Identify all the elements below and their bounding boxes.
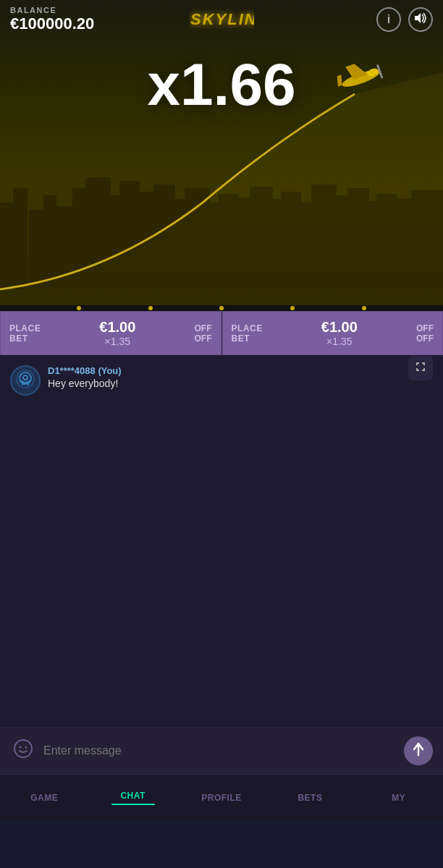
bet-panel-2-off: OFF OFF (416, 323, 434, 344)
bet-panel-1[interactable]: PLACE BET €1.00 ×1.35 OFF OFF (0, 311, 222, 355)
bet-panel-1-amount: €1.00 ×1.35 (99, 319, 135, 347)
bet-panel-2-label: PLACE BET (232, 323, 263, 344)
progress-bar (0, 305, 443, 311)
bet-label-1: BET (9, 333, 41, 344)
nav-active-indicator (111, 804, 155, 805)
chat-message-1: D1****4088 (You) Hey everybody! (10, 365, 433, 396)
avatar (10, 365, 41, 396)
svg-marker-1 (415, 13, 421, 23)
message-input[interactable] (43, 744, 397, 757)
bet-panel-2[interactable]: PLACE BET €1.00 ×1.35 OFF OFF (222, 311, 444, 355)
message-username-1: D1****4088 (You) (48, 365, 122, 376)
nav-item-chat[interactable]: CHAT (88, 775, 177, 820)
nav-label-game: GAME (30, 793, 58, 803)
balance-value: €100000.20 (10, 14, 94, 33)
progress-dot (290, 306, 295, 310)
send-button[interactable] (404, 736, 433, 765)
sound-icon (414, 12, 427, 27)
nav-item-profile[interactable]: PROFILE (177, 775, 266, 820)
place-label-2: PLACE (232, 323, 263, 333)
message-content-1: D1****4088 (You) Hey everybody! (48, 365, 122, 389)
place-label-1: PLACE (9, 323, 41, 333)
multiplier-display: x1.66 (147, 51, 295, 119)
bet-panels: PLACE BET €1.00 ×1.35 OFF OFF PLACE BET … (0, 311, 443, 355)
message-text-1: Hey everybody! (48, 378, 122, 389)
bet-panel-1-off: OFF OFF (194, 323, 211, 344)
svg-point-38 (20, 746, 22, 749)
svg-point-37 (14, 740, 32, 757)
balance-label: BALANCE (10, 6, 94, 14)
bet-panel-1-label: PLACE BET (9, 323, 41, 344)
nav-label-bets: BETS (298, 793, 322, 803)
chat-section: D1****4088 (You) Hey everybody! (0, 355, 443, 727)
bet-label-2: BET (232, 333, 263, 344)
expand-button[interactable] (408, 356, 433, 380)
off-label-2b: OFF (416, 333, 434, 344)
svg-point-39 (25, 746, 28, 749)
emoji-icon (13, 739, 33, 763)
flight-path-svg (0, 0, 443, 311)
game-logo: SKYLINE (189, 6, 254, 33)
sound-button[interactable] (408, 7, 433, 32)
info-button[interactable]: i (376, 7, 401, 32)
bet-amount-2: €1.00 (321, 319, 358, 336)
off-label-1a: OFF (194, 323, 211, 333)
bet-amount-1: €1.00 (99, 319, 135, 336)
nav-item-game[interactable]: GAME (0, 775, 88, 820)
nav-label-my: MY (392, 793, 405, 803)
chat-messages: D1****4088 (You) Hey everybody! (0, 355, 443, 727)
bet-multiplier-2: ×1.35 (326, 336, 352, 347)
header-icons: i (376, 7, 433, 32)
game-area: BALANCE €100000.20 SKYLINE i (0, 0, 443, 311)
bottom-nav: GAME CHAT PROFILE BETS MY (0, 774, 443, 820)
balance-area: BALANCE €100000.20 (10, 6, 94, 33)
avatar-icon (16, 370, 35, 392)
nav-label-profile: PROFILE (201, 793, 242, 803)
bet-multiplier-1: ×1.35 (105, 336, 130, 347)
bet-panel-2-amount: €1.00 ×1.35 (321, 319, 358, 347)
off-label-1b: OFF (194, 333, 211, 344)
expand-icon (415, 361, 426, 375)
nav-label-chat: CHAT (120, 791, 145, 801)
header: BALANCE €100000.20 SKYLINE i (0, 0, 443, 39)
svg-text:SKYLINE: SKYLINE (190, 10, 254, 28)
progress-dot (148, 306, 153, 310)
progress-dot (362, 306, 366, 310)
svg-rect-3 (13, 188, 28, 289)
nav-item-my[interactable]: MY (355, 775, 443, 820)
progress-dot (77, 306, 81, 310)
emoji-button[interactable] (10, 738, 36, 764)
off-label-2a: OFF (416, 323, 434, 333)
message-input-area (0, 727, 443, 774)
send-icon (411, 742, 426, 760)
nav-item-bets[interactable]: BETS (266, 775, 354, 820)
info-icon: i (387, 13, 390, 26)
progress-dot (219, 306, 224, 310)
